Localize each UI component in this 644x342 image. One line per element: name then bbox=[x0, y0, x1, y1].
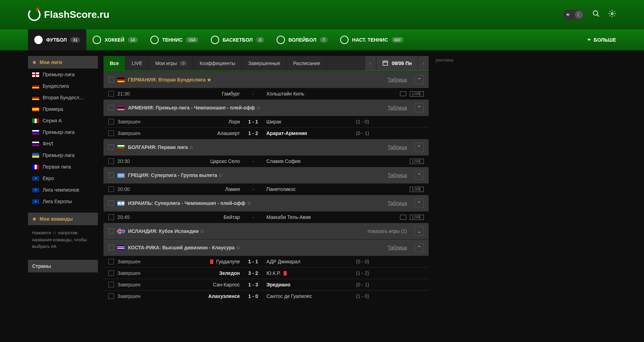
flag-icon bbox=[117, 78, 124, 82]
my-teams-header[interactable]: ★ Мои команды bbox=[28, 213, 98, 225]
search-icon[interactable] bbox=[592, 10, 600, 20]
theme-toggle[interactable]: ☀ ☾ bbox=[563, 10, 584, 20]
live-badge[interactable]: LIVE bbox=[410, 187, 424, 192]
collapse-button[interactable]: ⌃ bbox=[415, 243, 424, 252]
match-row[interactable]: Завершен Алашкерт 1 - 2 Арарат-Армения (… bbox=[103, 127, 429, 139]
league-header[interactable]: КОСТА-РИКА: Высший дивизион - Клаусура ☆… bbox=[103, 239, 429, 256]
sport-tab[interactable]: НАСТ. ТЕННИС607 bbox=[334, 29, 410, 50]
checkbox[interactable] bbox=[108, 172, 114, 178]
match-row[interactable]: Завершен Зеледон 3 - 2 Ю.К.Р. (1 - 2) bbox=[103, 267, 429, 279]
sport-tab[interactable]: ТЕННИС154 bbox=[144, 29, 205, 50]
match-row[interactable]: Завершен Сан-Карлос 1 - 3 Эредиано (0 - … bbox=[103, 279, 429, 290]
match-row[interactable]: 20:30 Царско Село - Славия София LIVE bbox=[103, 155, 429, 167]
checkbox[interactable] bbox=[108, 228, 114, 234]
star-icon[interactable]: ★ bbox=[207, 77, 212, 83]
table-link[interactable]: Таблица bbox=[388, 77, 407, 83]
date-next-button[interactable]: › bbox=[418, 56, 429, 71]
checkbox[interactable] bbox=[108, 144, 114, 150]
checkbox[interactable] bbox=[108, 77, 114, 83]
team-home: Гамбург bbox=[149, 91, 240, 97]
match-row[interactable]: 20:45 Бейтар - Маккаби Тель-Авив LIVE bbox=[103, 211, 429, 223]
checkbox[interactable] bbox=[108, 119, 114, 124]
countries-header[interactable]: Страны bbox=[28, 260, 98, 272]
sidebar-item[interactable]: Премьер-лига bbox=[28, 149, 98, 161]
checkbox[interactable] bbox=[108, 259, 114, 264]
sidebar-item[interactable]: ФНЛ bbox=[28, 138, 98, 149]
star-outline-icon[interactable]: ☆ bbox=[256, 105, 261, 111]
live-badge[interactable]: LIVE bbox=[410, 159, 424, 164]
tv-icon[interactable] bbox=[400, 215, 406, 220]
checkbox[interactable] bbox=[108, 158, 114, 164]
logo[interactable]: FlashScore.ru bbox=[28, 8, 109, 21]
checkbox[interactable] bbox=[108, 130, 114, 136]
match-row[interactable]: Завершен Лори 1 - 1 Ширак (1 - 0) bbox=[103, 116, 429, 127]
collapse-button[interactable]: ⌃ bbox=[415, 199, 424, 208]
checkbox[interactable] bbox=[108, 186, 114, 192]
checkbox[interactable] bbox=[108, 282, 114, 287]
filter-live[interactable]: LIVE bbox=[126, 56, 149, 71]
collapse-button[interactable]: ⌄ bbox=[415, 227, 424, 236]
match-row[interactable]: Завершен Алахуэленсе 1 - 0 Сантос де Гуа… bbox=[103, 290, 429, 302]
checkbox[interactable] bbox=[108, 270, 114, 276]
league-header[interactable]: ГРЕЦИЯ: Суперлига - Группа вылета ☆ Табл… bbox=[103, 167, 429, 183]
checkbox[interactable] bbox=[108, 214, 114, 220]
sport-tab[interactable]: БАСКЕТБОЛ3 bbox=[205, 29, 270, 50]
sport-tab[interactable]: ВОЛЕЙБОЛ7 bbox=[270, 29, 334, 50]
checkbox[interactable] bbox=[108, 200, 114, 206]
date-picker[interactable]: 08/06 Пн bbox=[377, 56, 417, 71]
sidebar-item[interactable]: Премьер-лига bbox=[28, 126, 98, 138]
sidebar-item[interactable]: Примера bbox=[28, 103, 98, 115]
sport-tab[interactable]: ФУТБОЛ31 bbox=[28, 29, 86, 50]
match-row[interactable]: 20:00 Ламия - Панетоликос LIVE bbox=[103, 183, 429, 195]
table-link[interactable]: Таблица bbox=[388, 105, 407, 111]
star-outline-icon[interactable]: ☆ bbox=[236, 245, 241, 250]
filter-scheduled[interactable]: Расписание bbox=[287, 56, 327, 71]
show-games-link[interactable]: показать игры (1) bbox=[367, 228, 407, 234]
sidebar-item[interactable]: Первая лига bbox=[28, 161, 98, 172]
sidebar-item[interactable]: Премьер-лига bbox=[28, 69, 98, 80]
tv-icon[interactable] bbox=[400, 91, 406, 96]
sidebar-item[interactable]: Вторая Бундесл... bbox=[28, 92, 98, 103]
checkbox[interactable] bbox=[108, 245, 114, 250]
more-sports-button[interactable]: БОЛЬШЕ bbox=[587, 37, 616, 43]
league-header[interactable]: ИСЛАНДИЯ: Кубок Исландии ☆ показать игры… bbox=[103, 223, 429, 239]
filter-finished[interactable]: Завершенные bbox=[242, 56, 287, 71]
match-row[interactable]: 21:30 Гамбург - Хольштайн Киль LIVE bbox=[103, 88, 429, 99]
sport-count: 3 bbox=[256, 37, 264, 43]
table-link[interactable]: Таблица bbox=[388, 144, 407, 150]
gear-icon[interactable] bbox=[608, 10, 616, 20]
league-header[interactable]: БОЛГАРИЯ: Первая лига ☆ Таблица ⌃ bbox=[103, 139, 429, 155]
collapse-button[interactable]: ⌃ bbox=[415, 171, 424, 180]
filter-my-games[interactable]: Мои игры 0 bbox=[149, 56, 193, 71]
star-outline-icon[interactable]: ☆ bbox=[219, 172, 223, 178]
my-leagues-header[interactable]: ★ Мои лиги bbox=[28, 56, 98, 69]
star-outline-icon[interactable]: ☆ bbox=[189, 144, 194, 150]
sport-tab[interactable]: ХОККЕЙ14 bbox=[86, 29, 144, 50]
league-header[interactable]: АРМЕНИЯ: Премьер-лига - Чемпионшип - пле… bbox=[103, 99, 429, 116]
checkbox[interactable] bbox=[108, 105, 114, 111]
star-outline-icon[interactable]: ☆ bbox=[200, 228, 205, 234]
checkbox[interactable] bbox=[108, 293, 114, 299]
league-header[interactable]: ГЕРМАНИЯ: Вторая Бундеслига ★ Таблица ⌃ bbox=[103, 71, 429, 88]
sidebar-item[interactable]: Евро bbox=[28, 172, 98, 184]
filter-odds[interactable]: Коэффициенты bbox=[193, 56, 242, 71]
sidebar-item[interactable]: Серия А bbox=[28, 115, 98, 126]
date-prev-button[interactable]: ‹ bbox=[365, 56, 376, 71]
sidebar-item[interactable]: Лига Европы bbox=[28, 195, 98, 207]
table-link[interactable]: Таблица bbox=[388, 200, 407, 206]
live-badge[interactable]: LIVE bbox=[410, 215, 424, 220]
sidebar-item[interactable]: Лига чемпионов bbox=[28, 184, 98, 195]
collapse-button[interactable]: ⌃ bbox=[415, 103, 424, 112]
match-row[interactable]: Завершен Гуадалупе 1 - 1 АДР Джикарал (0… bbox=[103, 256, 429, 267]
live-badge[interactable]: LIVE bbox=[410, 91, 424, 97]
table-link[interactable]: Таблица bbox=[388, 172, 407, 178]
collapse-button[interactable]: ⌃ bbox=[415, 75, 424, 84]
filter-badge: 0 bbox=[180, 61, 187, 66]
table-link[interactable]: Таблица bbox=[388, 245, 407, 250]
star-outline-icon[interactable]: ☆ bbox=[247, 200, 251, 206]
sidebar-item[interactable]: Бундеслига bbox=[28, 80, 98, 92]
checkbox[interactable] bbox=[108, 91, 114, 97]
league-header[interactable]: ИЗРАИЛЬ: Суперлига - Чемпионшип - плей-о… bbox=[103, 195, 429, 211]
collapse-button[interactable]: ⌃ bbox=[415, 143, 424, 152]
filter-all[interactable]: Все bbox=[103, 56, 126, 71]
